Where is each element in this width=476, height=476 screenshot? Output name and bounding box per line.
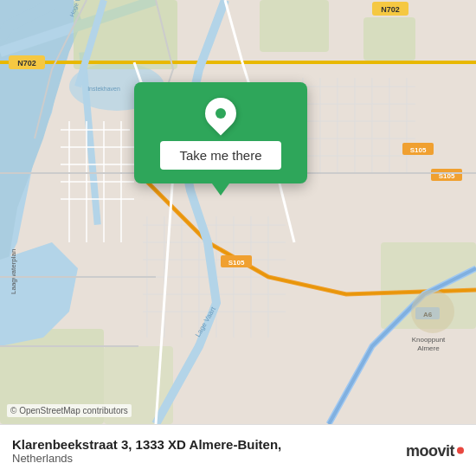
osm-attribution: © OpenStreetMap contributors <box>7 404 132 417</box>
address-line: Klarenbeekstraat 3, 1333 XD Almere-Buite… <box>12 437 464 452</box>
moovit-logo-text: moovit <box>406 441 454 460</box>
map-popup: Take me there <box>134 82 307 183</box>
svg-text:S105: S105 <box>410 146 427 154</box>
footer: Klarenbeekstraat 3, 1333 XD Almere-Buite… <box>0 424 476 476</box>
take-me-there-button[interactable]: Take me there <box>160 141 280 170</box>
svg-text:Instekhaven: Instekhaven <box>87 86 120 92</box>
svg-text:Knooppunt: Knooppunt <box>412 336 446 344</box>
map-container: Laagwaterplan <box>0 0 476 424</box>
svg-point-61 <box>411 290 454 333</box>
svg-text:Almere: Almere <box>417 344 440 352</box>
svg-rect-6 <box>260 0 329 52</box>
svg-rect-7 <box>363 17 415 61</box>
moovit-logo: moovit <box>406 441 464 460</box>
svg-text:S105: S105 <box>228 259 245 267</box>
attribution-text: © OpenStreetMap contributors <box>10 406 128 415</box>
svg-text:N702: N702 <box>381 5 400 14</box>
location-pin <box>199 92 243 136</box>
moovit-logo-dot <box>457 447 464 454</box>
country-line: Netherlands <box>12 452 464 465</box>
svg-text:Laagwaterplan: Laagwaterplan <box>10 249 17 294</box>
svg-text:N702: N702 <box>17 59 36 68</box>
